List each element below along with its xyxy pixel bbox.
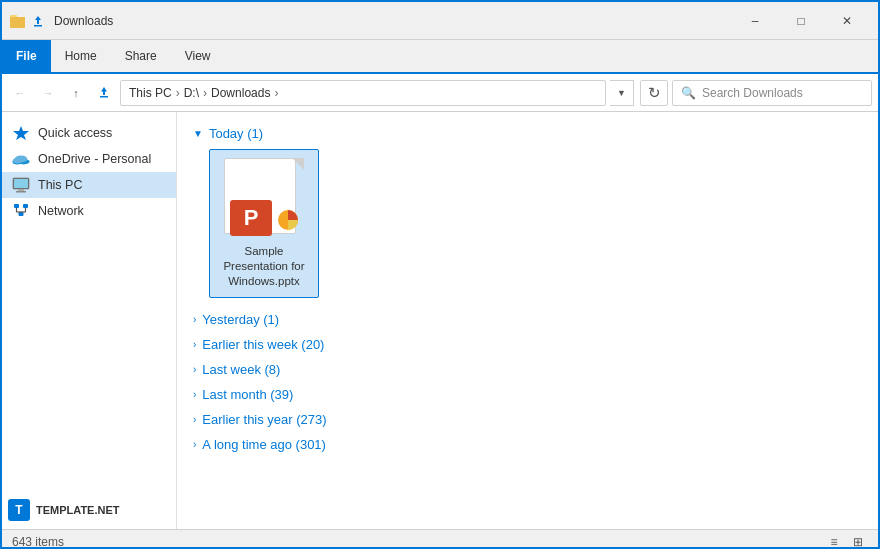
- pptx-file-icon: P: [224, 158, 304, 238]
- download-icon: [30, 13, 46, 29]
- svg-rect-14: [18, 189, 24, 191]
- group-long-ago[interactable]: › A long time ago (301): [193, 431, 862, 456]
- group-long-ago-label: A long time ago (301): [202, 437, 326, 452]
- window-title: Downloads: [54, 14, 732, 28]
- sidebar-label-onedrive: OneDrive - Personal: [38, 152, 151, 166]
- address-download-icon: [92, 81, 116, 105]
- group-yesterday-label: Yesterday (1): [202, 312, 279, 327]
- onedrive-icon: [12, 150, 30, 168]
- file-item-pptx[interactable]: P Sample Presentation for Windows.pptx: [209, 149, 319, 298]
- pptx-badge: P: [230, 200, 272, 236]
- title-bar-icons: [10, 13, 46, 29]
- svg-rect-4: [34, 25, 42, 27]
- address-bar: ← → ↑ This PC › D:\ › Downloads › ▼ ↻ 🔍 …: [2, 74, 878, 112]
- sidebar-label-network: Network: [38, 204, 84, 218]
- sidebar-item-quick-access[interactable]: Quick access: [2, 120, 176, 146]
- sidebar-item-thispc[interactable]: This PC: [2, 172, 176, 198]
- maximize-button[interactable]: □: [778, 2, 824, 40]
- path-thispc: This PC: [129, 86, 172, 100]
- ribbon-tabs: File Home Share View: [2, 40, 878, 72]
- chevron-earlier-week: ›: [193, 339, 196, 350]
- view-grid-icon[interactable]: ⊞: [848, 532, 868, 550]
- tab-view[interactable]: View: [171, 40, 225, 72]
- network-icon: [12, 202, 30, 220]
- tab-share[interactable]: Share: [111, 40, 171, 72]
- watermark-label: TEMPLATE.NET: [36, 504, 120, 516]
- status-count: 643 items: [12, 535, 64, 549]
- search-placeholder: Search Downloads: [702, 86, 803, 100]
- svg-rect-16: [14, 204, 19, 208]
- tab-home[interactable]: Home: [51, 40, 111, 72]
- svg-marker-5: [101, 87, 107, 95]
- group-last-week[interactable]: › Last week (8): [193, 356, 862, 381]
- group-yesterday[interactable]: › Yesterday (1): [193, 306, 862, 331]
- path-drive: D:\: [184, 86, 199, 100]
- main-layout: Quick access OneDrive - Personal: [2, 112, 878, 529]
- svg-marker-7: [13, 126, 29, 140]
- file-name-pptx: Sample Presentation for Windows.pptx: [214, 244, 314, 289]
- refresh-button[interactable]: ↻: [640, 80, 668, 106]
- sidebar-item-network[interactable]: Network: [2, 198, 176, 224]
- back-button[interactable]: ←: [8, 81, 32, 105]
- svg-marker-3: [35, 16, 41, 24]
- group-last-month[interactable]: › Last month (39): [193, 381, 862, 406]
- chevron-long-ago: ›: [193, 439, 196, 450]
- folder-small-icon: [10, 13, 26, 29]
- chevron-earlier-year: ›: [193, 414, 196, 425]
- sidebar-item-onedrive[interactable]: OneDrive - Personal: [2, 146, 176, 172]
- search-box[interactable]: 🔍 Search Downloads: [672, 80, 872, 106]
- group-earlier-year-label: Earlier this year (273): [202, 412, 326, 427]
- status-bar: 643 items ≡ ⊞: [2, 529, 878, 549]
- content-area: ▼ Today (1) P: [177, 112, 878, 529]
- address-path[interactable]: This PC › D:\ › Downloads ›: [120, 80, 606, 106]
- svg-rect-17: [23, 204, 28, 208]
- svg-rect-13: [14, 179, 28, 188]
- chevron-last-week: ›: [193, 364, 196, 375]
- path-sep1: ›: [176, 86, 180, 100]
- title-bar: Downloads – □ ✕: [2, 2, 878, 40]
- quick-access-icon: [12, 124, 30, 142]
- group-last-month-label: Last month (39): [202, 387, 293, 402]
- chevron-today: ▼: [193, 128, 203, 139]
- search-icon: 🔍: [681, 86, 696, 100]
- tab-file[interactable]: File: [2, 40, 51, 72]
- watermark-logo-letter: T: [15, 503, 22, 517]
- address-dropdown[interactable]: ▼: [610, 80, 634, 106]
- pptx-fold: [292, 158, 304, 170]
- sidebar-label-quick-access: Quick access: [38, 126, 112, 140]
- path-sep2: ›: [203, 86, 207, 100]
- path-sep3: ›: [274, 86, 278, 100]
- sidebar: Quick access OneDrive - Personal: [2, 112, 177, 529]
- pptx-letter: P: [244, 207, 259, 229]
- thispc-icon: [12, 176, 30, 194]
- up-button[interactable]: ↑: [64, 81, 88, 105]
- group-earlier-week-label: Earlier this week (20): [202, 337, 324, 352]
- svg-rect-18: [19, 212, 24, 216]
- status-right: ≡ ⊞: [824, 532, 868, 550]
- svg-rect-2: [10, 17, 25, 27]
- pptx-chart-icon: [274, 208, 302, 232]
- group-today[interactable]: ▼ Today (1): [193, 120, 862, 145]
- group-earlier-year[interactable]: › Earlier this year (273): [193, 406, 862, 431]
- group-earlier-week[interactable]: › Earlier this week (20): [193, 331, 862, 356]
- window-controls[interactable]: – □ ✕: [732, 2, 870, 40]
- today-files: P Sample Presentation for Windows.pptx: [193, 145, 862, 306]
- forward-button[interactable]: →: [36, 81, 60, 105]
- sidebar-label-thispc: This PC: [38, 178, 82, 192]
- chevron-last-month: ›: [193, 389, 196, 400]
- pptx-icon-shape: P: [224, 158, 304, 238]
- watermark-logo: T: [8, 499, 30, 521]
- view-list-icon[interactable]: ≡: [824, 532, 844, 550]
- minimize-button[interactable]: –: [732, 2, 778, 40]
- watermark: T TEMPLATE.NET: [8, 499, 120, 521]
- chevron-yesterday: ›: [193, 314, 196, 325]
- svg-point-11: [13, 158, 22, 163]
- svg-rect-6: [100, 96, 108, 98]
- group-today-label: Today (1): [209, 126, 263, 141]
- path-downloads: Downloads: [211, 86, 270, 100]
- svg-rect-15: [16, 191, 26, 193]
- close-button[interactable]: ✕: [824, 2, 870, 40]
- group-last-week-label: Last week (8): [202, 362, 280, 377]
- ribbon: File Home Share View: [2, 40, 878, 74]
